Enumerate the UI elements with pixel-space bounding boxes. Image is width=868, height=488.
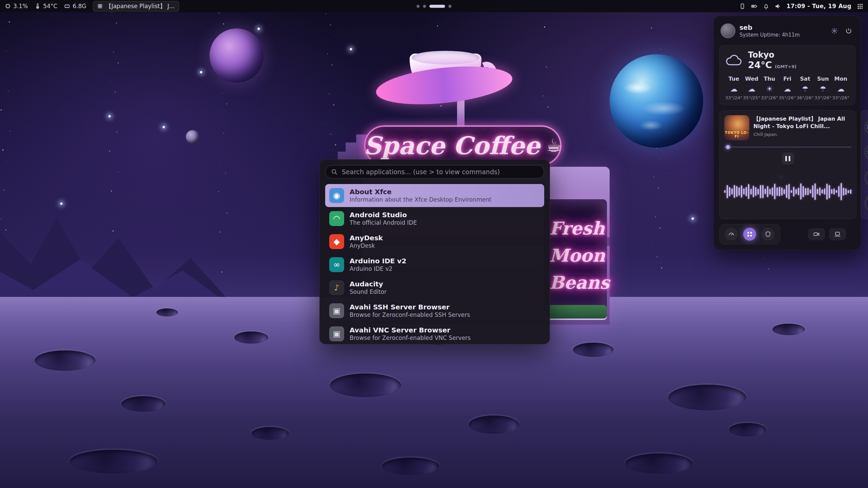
result-subtitle: AnyDesk (350, 242, 383, 249)
avahi-vnc-app-icon: ▣ (329, 326, 344, 341)
quick-actions-row (719, 224, 855, 244)
speedometer-icon (728, 231, 735, 238)
launcher-result[interactable]: ▣ Avahi SSH Server Browser Browse for Ze… (325, 299, 544, 322)
media-player-widget: TOKYO LO-FI 【Japanese Playlist】 Japan Al… (719, 110, 856, 219)
launcher-result[interactable]: ∞ Arduino IDE v2 Arduino IDE v2 (325, 253, 544, 276)
weather-city: Tokyo (748, 50, 796, 60)
result-subtitle: Browse for Zeroconf-enabled SSH Servers (350, 311, 470, 318)
window-grid-icon (97, 3, 103, 9)
weather-temp: 24°C (748, 60, 772, 70)
temperature-indicator: 54°C (35, 3, 57, 9)
cup-rim (412, 51, 479, 64)
virtual-keyboard-button[interactable] (829, 228, 846, 240)
forecast-cloud-icon: ☁ (725, 85, 743, 93)
result-title: Avahi SSH Server Browser (350, 303, 470, 311)
launcher-result[interactable]: ◠ Android Studio The official Android ID… (325, 207, 544, 230)
screen-record-button[interactable] (808, 228, 825, 240)
app-grid-button[interactable] (743, 228, 756, 241)
shield-icon (765, 231, 771, 238)
result-subtitle: Sound Editor (350, 288, 387, 295)
small-moon (186, 130, 199, 144)
app-menu-icon[interactable] (857, 3, 863, 9)
notifications-bell-icon[interactable] (763, 3, 769, 9)
search-input[interactable] (342, 168, 538, 176)
temperature-gauge: 54°C (863, 141, 868, 163)
launcher-result[interactable]: ◆ AnyDesk AnyDesk (325, 230, 544, 253)
result-subtitle: Browse for Zeroconf-enabled VNC Servers (350, 334, 471, 341)
workspace-switcher[interactable] (417, 0, 452, 12)
forecast-rain-icon: ☂ (796, 85, 814, 93)
memory-indicator: 6.8G (64, 3, 86, 9)
forecast-day: Sat☂36°/26° (796, 76, 814, 100)
system-gauges: 3.1% 54°C 14% 24% (861, 110, 868, 219)
system-uptime: System Uptime: 4h11m (739, 32, 800, 38)
top-panel: 3.1% 54°C 6.8G 【Japanese Playlist】 J... … (0, 0, 868, 12)
result-title: Audacity (350, 280, 387, 288)
thermometer-icon (35, 3, 41, 9)
forecast-cloud-icon: ☁ (743, 85, 761, 93)
system-monitor-button[interactable] (725, 228, 738, 241)
album-art: TOKYO LO-FI (724, 115, 749, 140)
shop-window: Fresh Moon Beans (544, 199, 607, 312)
avatar (721, 23, 735, 38)
gear-icon (831, 27, 838, 34)
launcher-result[interactable]: ♪ Audacity Sound Editor (325, 276, 544, 299)
power-icon (845, 27, 852, 34)
settings-button[interactable] (829, 25, 840, 36)
laptop-icon (834, 231, 841, 238)
power-button[interactable] (843, 25, 854, 36)
workspace-dot[interactable] (449, 5, 452, 8)
taskbar-window-button[interactable]: 【Japanese Playlist】 J... (93, 1, 179, 12)
result-title: Android Studio (350, 211, 417, 219)
utility-button-group (808, 228, 846, 240)
forecast-day: Tue☁33°/24° (725, 76, 743, 100)
user-name: seb (739, 24, 800, 31)
workspace-dot[interactable] (417, 5, 420, 8)
audio-waveform (724, 169, 851, 214)
audacity-app-icon: ♪ (329, 280, 344, 295)
track-progress-bar[interactable] (724, 146, 851, 148)
result-title: Avahi VNC Server Browser (350, 326, 471, 334)
window-neon-line: Fresh (549, 220, 601, 237)
phone-link-icon[interactable] (739, 3, 746, 9)
launcher-result[interactable]: ◉ About Xfce Information about the Xfce … (325, 184, 544, 207)
search-icon (331, 168, 338, 175)
widget-sidebar: seb System Uptime: 4h11m Tokyo 24°C (GMT… (713, 16, 861, 250)
quick-toggle-group (719, 224, 780, 244)
weather-widget: Tokyo 24°C (GMT+9) Tue☁33°/24° Wed☁35°/2… (719, 45, 855, 105)
result-title: Arduino IDE v2 (350, 257, 406, 265)
avahi-ssh-app-icon: ▣ (329, 303, 344, 318)
privacy-shield-button[interactable] (762, 228, 774, 241)
cpu-indicator: 3.1% (5, 3, 28, 9)
forecast-day: Fri☁35°/26° (778, 76, 796, 100)
result-title: AnyDesk (350, 234, 383, 242)
pause-button[interactable] (782, 152, 794, 165)
launcher-results: ◉ About Xfce Information about the Xfce … (325, 184, 544, 345)
forecast-cloud-icon: ☁ (832, 85, 850, 93)
launcher-search[interactable] (325, 165, 544, 179)
weather-forecast: Tue☁33°/24° Wed☁35°/25° Thu☀33°/26° Fri☁… (725, 76, 850, 100)
album-art-label: TOKYO LO-FI (724, 131, 749, 138)
workspace-dot[interactable] (423, 5, 426, 8)
android-studio-app-icon: ◠ (329, 211, 344, 226)
disk-gauge: 24% (863, 192, 868, 214)
app-launcher: ◉ About Xfce Information about the Xfce … (319, 159, 550, 344)
cloud-icon (725, 54, 743, 67)
result-subtitle: The official Android IDE (350, 219, 417, 226)
battery-icon[interactable] (751, 3, 757, 9)
volume-icon[interactable] (775, 3, 781, 9)
video-camera-icon (813, 231, 820, 238)
apps-grid-icon (746, 231, 753, 238)
result-subtitle: Information about the Xfce Desktop Envir… (350, 196, 491, 203)
ram-icon (64, 3, 70, 9)
cpu-icon (5, 3, 11, 9)
window-neon-line: Beans (549, 274, 601, 291)
track-title: 【Japanese Playlist】 Japan All Night - To… (753, 115, 851, 130)
workspace-dot-active[interactable] (430, 5, 445, 8)
cpu-gauge: 3.1% (863, 116, 868, 138)
clock[interactable]: 17:09 - Tue, 19 Aug (787, 3, 851, 9)
progress-handle[interactable] (726, 145, 730, 149)
forecast-rain-icon: ☂ (814, 85, 832, 93)
forecast-sun-icon: ☀ (761, 85, 778, 93)
launcher-result[interactable]: ▣ Avahi VNC Server Browser Browse for Ze… (325, 322, 544, 345)
